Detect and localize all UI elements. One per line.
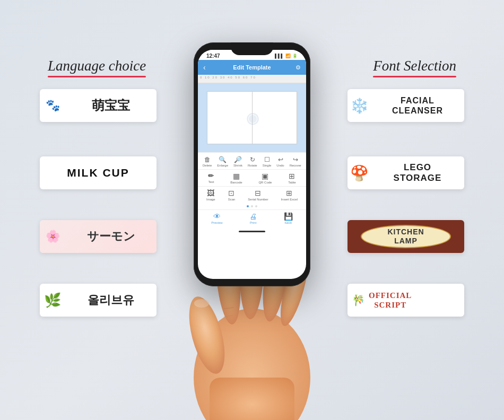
insert-excel-icon: ⊞ (286, 189, 292, 197)
single-button[interactable]: ☐ Single (263, 156, 272, 167)
barcode-tool[interactable]: ▦ Barcode (230, 172, 242, 184)
enlarge-button[interactable]: 🔍 Enlarge (217, 156, 228, 167)
print-label: Print (250, 221, 256, 224)
label-japanese[interactable]: 🌸 サーモン (40, 220, 157, 253)
delete-label: Delete (203, 164, 212, 167)
insert-excel-tool[interactable]: ⊞ Insert Excel (281, 189, 298, 201)
delete-button[interactable]: 🗑 Delete (203, 156, 212, 167)
rotate-icon: ↻ (250, 156, 255, 163)
undo-button[interactable]: ↩ Undo (276, 156, 284, 167)
print-icon: 🖨 (249, 212, 257, 221)
preview-nav-item[interactable]: 👁 Preview (211, 212, 222, 224)
status-icons: ▌▌▌ 📶 🔋 (275, 54, 298, 58)
label-official-script[interactable]: 🎋 OFFICIALSCRIPT (347, 284, 464, 317)
recover-label: Recover (290, 164, 301, 167)
rotate-label: Rotate (248, 164, 257, 167)
delete-icon: 🗑 (204, 156, 211, 163)
back-button[interactable]: ‹ (203, 63, 206, 72)
canvas-area[interactable]: ◉ (198, 83, 306, 152)
korean-icon: 🌿 (40, 284, 65, 317)
status-time: 12:47 (206, 53, 220, 59)
table-tool[interactable]: ⊞ Table (288, 172, 296, 184)
nav-dots (198, 203, 306, 209)
ruler: 0 10 20 30 40 50 60 70 (198, 75, 306, 83)
scan-tool[interactable]: ⊡ Scan (228, 189, 236, 201)
image-icon: 🖼 (207, 189, 214, 197)
app-header-title: Edit Template (233, 64, 271, 71)
preview-icon: 👁 (213, 212, 221, 221)
signal-icon: ▌▌▌ (275, 54, 284, 58)
home-bar (198, 226, 306, 236)
enlarge-label: Enlarge (217, 164, 228, 167)
label-lego-storage[interactable]: 🍄 LEGOSTORAGE (347, 156, 464, 189)
chinese-icon: 🐾 (40, 89, 65, 122)
home-bar-line (239, 231, 265, 232)
battery-icon: 🔋 (292, 54, 298, 58)
serial-number-tool[interactable]: ⊟ Serial Number (248, 189, 268, 201)
phone-shell: 12:47 ▌▌▌ 📶 🔋 ‹ Edit Template ⚙ 0 10 20 … (194, 42, 310, 286)
nav-dot-2 (255, 205, 257, 207)
text-label: Text (208, 180, 214, 183)
official-script-icon: 🎋 (347, 284, 369, 317)
qrcode-tool[interactable]: ▣ QR Code (258, 172, 272, 184)
text-tool[interactable]: ✏ Text (208, 172, 214, 184)
insert-excel-label: Insert Excel (281, 198, 298, 201)
phone-screen: 12:47 ▌▌▌ 📶 🔋 ‹ Edit Template ⚙ 0 10 20 … (198, 50, 306, 279)
label-korean[interactable]: 🌿 올리브유 (40, 284, 157, 317)
text-icon: ✏ (208, 172, 214, 180)
qrcode-icon: ▣ (262, 172, 268, 180)
label-facial-cleanser[interactable]: ❄️ FACIALCLEANSER (347, 89, 464, 122)
language-choice-heading: Language choice (48, 58, 146, 77)
recover-icon: ↪ (293, 156, 298, 163)
serial-number-label: Serial Number (248, 198, 268, 201)
serial-number-icon: ⊟ (255, 189, 261, 197)
table-label: Table (288, 181, 296, 184)
print-nav-item[interactable]: 🖨 Print (249, 212, 257, 224)
save-icon: 💾 (284, 212, 293, 221)
kitchen-lamp-text: KITCHENLAMP (387, 228, 424, 246)
toolbar-row1: 🗑 Delete 🔍 Enlarge 🔎 Shrink ↻ Rotate ☐ (198, 152, 306, 169)
scan-icon: ⊡ (228, 189, 234, 197)
font-selection-heading: Font Selection (373, 58, 456, 77)
app-header: ‹ Edit Template ⚙ (198, 60, 306, 75)
save-nav-item[interactable]: 💾 Save (284, 212, 293, 224)
single-label: Single (263, 164, 272, 167)
phone: 12:47 ▌▌▌ 📶 🔋 ‹ Edit Template ⚙ 0 10 20 … (194, 42, 310, 286)
preview-label: Preview (211, 221, 222, 224)
tools-row2: 🖼 Image ⊡ Scan ⊟ Serial Number ⊞ Insert … (198, 186, 306, 203)
wifi-icon: 📶 (285, 54, 291, 58)
facial-cleanser-text: FACIALCLEANSER (371, 95, 464, 116)
barcode-label: Barcode (230, 181, 242, 184)
facial-cleanser-icon: ❄️ (347, 94, 371, 117)
label-milk-cup[interactable]: MILK CUP (40, 156, 157, 189)
qrcode-label: QR Code (258, 181, 272, 184)
nav-dot-active (247, 205, 249, 207)
bottom-nav: 👁 Preview 🖨 Print 💾 Save (198, 209, 306, 226)
label-chinese[interactable]: 🐾 萌宝宝 (40, 89, 157, 122)
barcode-icon: ▦ (233, 172, 240, 180)
scan-label: Scan (228, 198, 236, 201)
label-kitchen-lamp[interactable]: KITCHENLAMP (347, 220, 464, 253)
rotate-button[interactable]: ↻ Rotate (248, 156, 257, 167)
japanese-icon: 🌸 (40, 220, 65, 253)
nav-dot-1 (251, 205, 253, 207)
shrink-label: Shrink (233, 164, 242, 167)
tools-row1: ✏ Text ▦ Barcode ▣ QR Code ⊞ Table (198, 169, 306, 186)
lego-storage-icon: 🍄 (347, 161, 371, 185)
save-label: Save (284, 221, 292, 224)
official-script-text: OFFICIALSCRIPT (369, 291, 412, 310)
settings-icon[interactable]: ⚙ (296, 64, 301, 71)
shrink-icon: 🔎 (234, 156, 242, 163)
lego-storage-text: LEGOSTORAGE (371, 162, 464, 184)
shrink-button[interactable]: 🔎 Shrink (233, 156, 242, 167)
undo-icon: ↩ (278, 156, 283, 163)
recover-button[interactable]: ↪ Recover (290, 156, 301, 167)
chinese-text: 萌宝宝 (65, 97, 157, 114)
phone-notch (231, 42, 273, 55)
kitchen-lamp-oval: KITCHENLAMP (361, 225, 451, 248)
japanese-text: サーモン (65, 229, 157, 244)
image-tool[interactable]: 🖼 Image (206, 189, 215, 201)
korean-text: 올리브유 (65, 292, 157, 308)
image-label: Image (206, 198, 215, 201)
canvas-white-area: ◉ (207, 91, 297, 144)
